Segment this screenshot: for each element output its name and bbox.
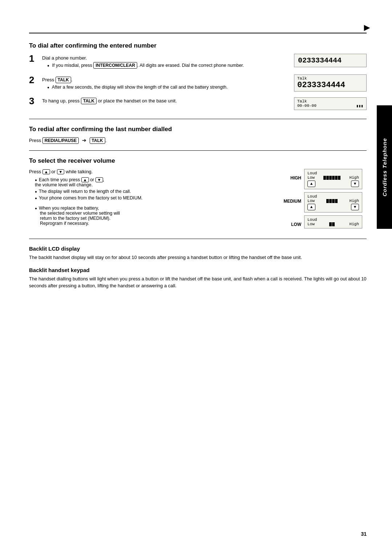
lcd3-battery: ▮▮▮ — [356, 104, 363, 108]
high-box: Loud Low High ▲ ▼ — [304, 169, 362, 189]
backlit-lcd-text: The backlit handset display will stay on… — [29, 254, 367, 261]
lcd3-time: 00-00-00 — [297, 104, 317, 108]
section-volume-heading: To select the receiver volume — [29, 157, 367, 165]
talk-key-redial: TALK — [90, 137, 105, 144]
steps-area: 1 Dial a phone number. If you misdial, p… — [29, 54, 367, 112]
medium-loud: Loud — [307, 194, 359, 199]
high-bars — [323, 175, 341, 180]
volume-medium-row: MEDIUM Loud Low High — [279, 192, 367, 212]
step-3-content: To hang up, press TALK or place the hand… — [42, 96, 177, 106]
volume-bullet-4: When you replace the battery, the select… — [35, 206, 272, 226]
redial-arrow: ➔ — [82, 137, 86, 143]
medium-box: Loud Low High ▲ ▼ — [304, 192, 362, 212]
lcd-display-3-group: Talk 00-00-00 ▮▮▮ — [294, 97, 367, 110]
medium-low-label: Low — [307, 199, 315, 203]
step-2-bullet-text: After a few seconds, the display will sh… — [52, 85, 228, 90]
talk-key-step2: TALK — [56, 77, 71, 83]
step-3: 3 To hang up, press TALK or place the ha… — [29, 96, 283, 106]
step-2-text: Press TALK. — [42, 77, 283, 83]
down-key-b1: ▼ — [95, 177, 103, 182]
backlit-keypad-heading: Backlit handset keypad — [29, 267, 367, 273]
step-2-number: 2 — [29, 75, 37, 90]
medium-high-label: High — [350, 199, 359, 203]
low-loud: Loud — [307, 218, 359, 222]
page: ► To dial after confirming the entered n… — [0, 0, 392, 555]
lcd-display-1: 0233334444 — [294, 54, 367, 67]
section-volume: To select the receiver volume Press ▲ or… — [29, 157, 367, 231]
lcd2-label: Talk — [297, 76, 363, 81]
high-arrows: ▲ ▼ — [307, 181, 359, 187]
medium-arrows: ▲ ▼ — [307, 204, 359, 210]
volume-low-row: LOW Loud Low High — [279, 215, 367, 228]
step-1-bullet: If you misdial, press INTERCOM/CLEAR. Al… — [47, 62, 283, 69]
sidebar-tab: Cordless Telephone — [377, 105, 392, 229]
step-1-number: 1 — [29, 54, 37, 69]
lcd-display-3: Talk 00-00-00 ▮▮▮ — [294, 97, 367, 110]
down-key: ▼ — [57, 169, 65, 174]
section-backlit-lcd: Backlit LCD display The backlit handset … — [29, 246, 367, 261]
high-vol-box: Loud Low High ▲ ▼ — [304, 169, 362, 189]
divider-3 — [29, 239, 367, 239]
top-arrow-icon: ► — [362, 22, 372, 33]
step-3-number: 3 — [29, 96, 37, 106]
volume-high-row: HIGH Loud Low High — [279, 169, 367, 189]
step-2-content: Press TALK. After a few seconds, the dis… — [42, 75, 283, 90]
backlit-keypad-text: The handset dialling buttons will light … — [29, 275, 367, 289]
section-redial: To redial after confirming the last numb… — [29, 126, 367, 144]
volume-bullet-1: Each time you press ▲ or ▼,the volume le… — [35, 177, 272, 187]
medium-bar-row: Low High — [307, 199, 359, 203]
section-dial: To dial after confirming the entered num… — [29, 42, 367, 112]
high-low-label: Low — [307, 175, 315, 180]
lcd-display-2-group: Talk 0233334444 — [294, 74, 367, 92]
medium-up-arrow[interactable]: ▲ — [307, 204, 315, 210]
volume-instructions: Press ▲ or ▼ while talking. Each time yo… — [29, 169, 272, 231]
low-label: LOW — [279, 215, 301, 227]
volume-content: Press ▲ or ▼ while talking. Each time yo… — [29, 169, 367, 231]
step-1-bullet-text: If you misdial, press INTERCOM/CLEAR. Al… — [52, 63, 244, 68]
lcd3-label: Talk — [297, 99, 363, 104]
medium-down-arrow[interactable]: ▼ — [351, 204, 359, 210]
volume-bullet-2: The display will return to the length of… — [35, 189, 272, 194]
low-high-label: High — [350, 222, 359, 226]
divider-1 — [29, 119, 367, 119]
step-1-content: Dial a phone number. If you misdial, pre… — [42, 54, 283, 69]
up-key-b1: ▲ — [81, 177, 89, 182]
low-bars — [329, 222, 335, 226]
low-box: Loud Low High — [304, 215, 362, 228]
lcd-displays: 0233334444 Talk 0233334444 Talk 00-00-00… — [294, 54, 367, 112]
medium-label: MEDIUM — [279, 192, 301, 204]
talk-key-step3: TALK — [81, 98, 97, 104]
low-low-label: Low — [307, 222, 315, 226]
volume-intro: Press ▲ or ▼ while talking. — [29, 169, 272, 174]
lcd2-number: 0233334444 — [297, 81, 363, 90]
up-key: ▲ — [42, 169, 50, 174]
volume-bullet-3: Your phone comes from the factory set to… — [35, 195, 272, 200]
section-backlit-keypad: Backlit handset keypad The handset diall… — [29, 267, 367, 289]
step-2-bullet: After a few seconds, the display will sh… — [47, 85, 283, 90]
low-bar-row: Low High — [307, 222, 359, 226]
steps-left: 1 Dial a phone number. If you misdial, p… — [29, 54, 283, 112]
backlit-lcd-heading: Backlit LCD display — [29, 246, 367, 252]
step-1: 1 Dial a phone number. If you misdial, p… — [29, 54, 283, 69]
high-down-arrow[interactable]: ▼ — [351, 181, 359, 187]
section-dial-heading: To dial after confirming the entered num… — [29, 42, 367, 49]
redial-instruction: Press REDIAL/PAUSE ➔ TALK. — [29, 137, 367, 144]
step-2: 2 Press TALK. After a few seconds, the d… — [29, 75, 283, 90]
sidebar-tab-label: Cordless Telephone — [381, 138, 388, 197]
volume-diagrams: HIGH Loud Low High — [279, 169, 367, 231]
high-loud: Loud — [307, 171, 359, 175]
lcd3-bottom: 00-00-00 ▮▮▮ — [297, 104, 363, 108]
high-label: HIGH — [279, 169, 301, 181]
step-1-text: Dial a phone number. — [42, 55, 283, 61]
page-number: 31 — [361, 531, 367, 537]
redial-pause-key: REDIAL/PAUSE — [42, 137, 79, 144]
high-up-arrow[interactable]: ▲ — [307, 181, 315, 187]
top-divider — [29, 33, 367, 33]
low-vol-box: Loud Low High — [304, 215, 362, 228]
section-redial-heading: To redial after confirming the last numb… — [29, 126, 367, 133]
high-bar-row: Low High — [307, 175, 359, 180]
medium-vol-box: Loud Low High ▲ ▼ — [304, 192, 362, 212]
medium-bars — [326, 199, 338, 203]
divider-2 — [29, 150, 367, 151]
lcd-display-2: Talk 0233334444 — [294, 74, 367, 92]
